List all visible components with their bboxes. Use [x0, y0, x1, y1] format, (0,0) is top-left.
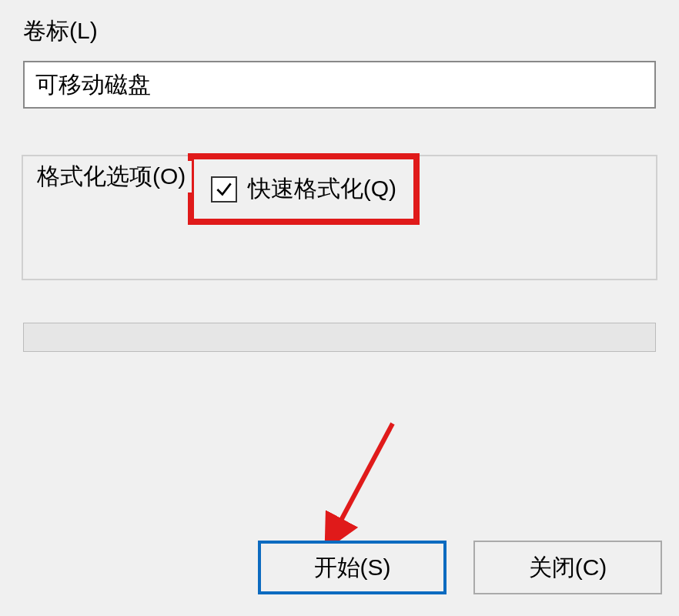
annotation-highlight-box: 快速格式化(Q): [188, 153, 420, 225]
checkmark-icon: [214, 179, 234, 199]
quick-format-checkbox[interactable]: [211, 176, 237, 203]
format-options-group: 格式化选项(O) 快速格式化(Q): [22, 155, 657, 280]
annotation-arrow-icon: [316, 416, 423, 554]
svg-line-0: [331, 424, 393, 539]
volume-label-caption: 卷标(L): [23, 15, 664, 47]
start-button[interactable]: 开始(S): [258, 541, 447, 594]
quick-format-label: 快速格式化(Q): [248, 173, 396, 205]
volume-label-input[interactable]: [23, 61, 656, 109]
format-dialog: 卷标(L) 格式化选项(O) 快速格式化(Q) 开始(S) 关闭(C): [0, 0, 679, 616]
close-button[interactable]: 关闭(C): [473, 541, 662, 594]
format-options-legend: 格式化选项(O): [31, 161, 192, 192]
dialog-button-row: 开始(S) 关闭(C): [258, 541, 662, 594]
quick-format-checkbox-wrap[interactable]: 快速格式化(Q): [211, 173, 396, 205]
format-progress-bar: [23, 323, 656, 352]
